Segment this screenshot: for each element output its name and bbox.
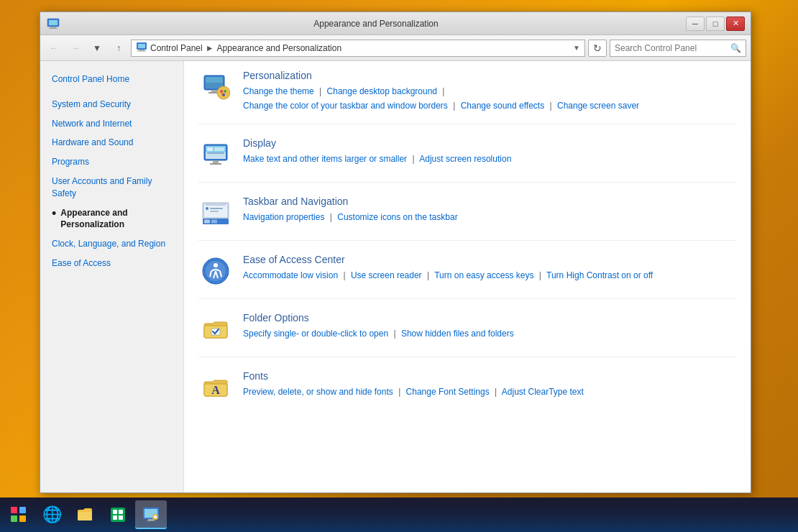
svg-rect-35 (210, 211, 219, 212)
personalization-content: Personalization Change the theme | Chang… (243, 70, 736, 114)
active-bullet: • (52, 207, 56, 221)
address-path[interactable]: Control Panel ► Appearance and Personali… (131, 40, 585, 57)
sidebar-item-network-internet[interactable]: Network and Internet (40, 114, 183, 134)
link-screen-resolution[interactable]: Adjust screen resolution (419, 154, 511, 164)
link-change-desktop-bg[interactable]: Change desktop background (327, 86, 437, 96)
taskbar: 🌐 (0, 497, 798, 532)
search-icon: 🔍 (730, 43, 741, 53)
svg-point-16 (224, 90, 226, 93)
internet-explorer-button[interactable]: 🌐 (36, 500, 68, 529)
store-button[interactable] (102, 500, 134, 529)
folder-options-icon (198, 312, 233, 347)
ease-of-access-title[interactable]: Ease of Access Center (243, 254, 736, 265)
forward-button[interactable]: → (66, 40, 85, 57)
link-font-settings[interactable]: Change Font Settings (406, 387, 490, 397)
category-fonts: A Fonts Preview, delete, or show and hid… (198, 370, 736, 415)
content-area: Control Panel Home System and Security N… (40, 61, 751, 492)
svg-rect-51 (119, 510, 123, 514)
sidebar-item-ease-of-access[interactable]: Ease of Access (40, 254, 183, 273)
sidebar: Control Panel Home System and Security N… (40, 61, 184, 492)
svg-rect-6 (139, 50, 145, 51)
link-low-vision[interactable]: Accommodate low vision (243, 270, 338, 280)
sidebar-item-user-accounts[interactable]: User Accounts and Family Safety (40, 172, 183, 203)
svg-rect-7 (137, 51, 146, 52)
svg-point-59 (154, 515, 157, 518)
link-text-size[interactable]: Make text and other items larger or smal… (243, 154, 407, 164)
svg-rect-53 (119, 515, 123, 520)
link-easy-access-keys[interactable]: Turn on easy access keys (434, 270, 533, 280)
svg-point-14 (217, 86, 230, 99)
main-window: Appearance and Personalization ─ □ ✕ ← →… (40, 12, 751, 493)
link-cleartype[interactable]: Adjust ClearType text (502, 387, 584, 397)
addressbar: ← → ▼ ↑ Control Panel ► Appearance and P… (40, 35, 751, 61)
file-explorer-button[interactable] (69, 500, 101, 529)
link-preview-fonts[interactable]: Preview, delete, or show and hide fonts (243, 387, 393, 397)
folder-options-title[interactable]: Folder Options (243, 312, 736, 324)
svg-point-38 (214, 263, 218, 267)
personalization-title[interactable]: Personalization (243, 70, 736, 81)
taskbar-icon (198, 196, 233, 230)
svg-rect-32 (206, 204, 226, 206)
path-current: Appearance and Personalization (217, 43, 341, 53)
svg-rect-30 (204, 219, 210, 223)
sidebar-item-clock-language[interactable]: Clock, Language, and Region (40, 234, 183, 254)
minimize-button[interactable]: ─ (686, 17, 705, 31)
svg-rect-57 (147, 520, 155, 521)
maximize-button[interactable]: □ (706, 17, 725, 31)
window-icon (46, 17, 60, 31)
link-high-contrast[interactable]: Turn High Contrast on or off (546, 270, 653, 280)
svg-rect-2 (50, 27, 56, 28)
link-change-sound[interactable]: Change sound effects (461, 101, 545, 111)
path-separator: ► (206, 43, 214, 53)
svg-point-15 (220, 90, 223, 93)
sidebar-item-system-security[interactable]: System and Security (40, 95, 183, 114)
svg-rect-25 (213, 160, 219, 163)
svg-text:A: A (211, 384, 220, 396)
svg-point-18 (221, 93, 224, 95)
svg-rect-52 (113, 515, 117, 520)
sidebar-item-control-panel-home[interactable]: Control Panel Home (40, 70, 183, 89)
display-title[interactable]: Display (243, 137, 736, 149)
personalization-icon (198, 70, 233, 104)
svg-rect-50 (113, 510, 117, 514)
link-hidden-files[interactable]: Show hidden files and folders (401, 329, 514, 339)
category-ease-of-access: Ease of Access Center Accommodate low vi… (198, 254, 736, 299)
sidebar-active-label: Appearance and Personalization (60, 207, 172, 231)
sidebar-item-hardware-sound[interactable]: Hardware and Sound (40, 133, 183, 152)
search-input[interactable] (615, 43, 728, 53)
link-screen-reader[interactable]: Use screen reader (351, 270, 422, 280)
back-button[interactable]: ← (45, 40, 63, 57)
refresh-button[interactable]: ↻ (588, 40, 607, 57)
control-panel-icon (142, 505, 160, 523)
ease-of-access-links: Accommodate low vision | Use screen read… (243, 268, 736, 283)
category-taskbar: Taskbar and Navigation Navigation proper… (198, 196, 736, 241)
display-icon (198, 137, 233, 172)
taskbar-title[interactable]: Taskbar and Navigation (243, 196, 736, 207)
path-root: Control Panel (150, 43, 203, 53)
down-arrow-button[interactable]: ▼ (88, 40, 106, 57)
taskbar-links: Navigation properties | Customize icons … (243, 210, 736, 224)
folder-options-content: Folder Options Specify single- or double… (243, 312, 736, 341)
folder-options-links: Specify single- or double-click to open … (243, 326, 736, 341)
fonts-title[interactable]: Fonts (243, 370, 736, 382)
start-button[interactable] (3, 500, 35, 529)
link-change-theme[interactable]: Change the theme (243, 86, 314, 96)
link-change-screensaver[interactable]: Change screen saver (557, 101, 639, 111)
link-single-double-click[interactable]: Specify single- or double-click to open (243, 329, 388, 339)
main-panel: Personalization Change the theme | Chang… (184, 61, 751, 492)
sidebar-item-appearance[interactable]: • Appearance and Personalization (40, 203, 183, 235)
up-button[interactable]: ↑ (109, 40, 128, 57)
control-panel-button[interactable] (135, 500, 167, 529)
path-dropdown-arrow[interactable]: ▼ (573, 44, 580, 52)
fonts-content: Fonts Preview, delete, or show and hide … (243, 370, 736, 399)
svg-point-33 (206, 207, 208, 210)
svg-rect-12 (211, 90, 217, 92)
category-personalization: Personalization Change the theme | Chang… (198, 70, 736, 124)
svg-rect-23 (214, 147, 224, 151)
path-icon (136, 41, 147, 55)
link-customize-icons[interactable]: Customize icons on the taskbar (337, 212, 457, 222)
sidebar-item-programs[interactable]: Programs (40, 152, 183, 172)
close-button[interactable]: ✕ (726, 17, 745, 31)
link-change-color[interactable]: Change the color of your taskbar and win… (243, 101, 448, 111)
link-navigation-props[interactable]: Navigation properties (243, 212, 324, 222)
